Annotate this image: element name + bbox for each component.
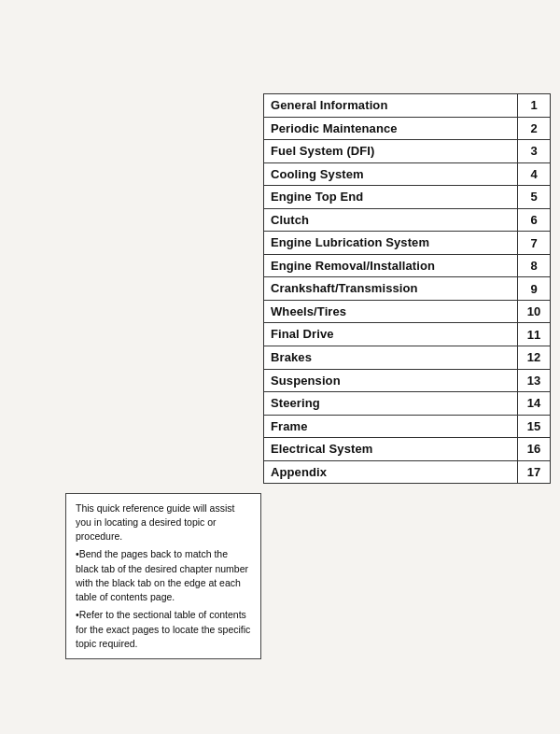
toc-row[interactable]: Electrical System16: [263, 437, 551, 460]
toc-number: 9: [518, 277, 550, 300]
toc-number: 14: [518, 392, 550, 415]
toc-label: Clutch: [264, 209, 518, 232]
toc-label: Crankshaft/Transmission: [264, 277, 518, 300]
toc-label: Periodic Maintenance: [264, 118, 518, 140]
note-box: This quick reference guide will assist y…: [65, 493, 261, 659]
toc-container: General Information1Periodic Maintenance…: [263, 93, 551, 484]
toc-number: 16: [518, 438, 550, 460]
toc-label: General Information: [264, 94, 518, 117]
note-line: •Refer to the sectional table of content…: [76, 608, 251, 651]
toc-row[interactable]: Suspension13: [263, 369, 551, 392]
toc-number: 13: [518, 370, 550, 392]
toc-row[interactable]: Engine Removal/Installation8: [263, 254, 551, 277]
toc-row[interactable]: Wheels/Tires10: [263, 300, 551, 323]
toc-label: Wheels/Tires: [264, 301, 518, 323]
toc-number: 10: [518, 301, 550, 323]
toc-label: Engine Top End: [264, 186, 518, 208]
toc-row[interactable]: Cooling System4: [263, 162, 551, 186]
toc-row[interactable]: Steering14: [263, 391, 551, 415]
toc-label: Brakes: [264, 346, 518, 369]
toc-number: 4: [518, 163, 550, 186]
toc-row[interactable]: Appendix17: [263, 460, 551, 485]
toc-label: Appendix: [264, 461, 518, 484]
toc-row[interactable]: Brakes12: [263, 346, 551, 369]
toc-row[interactable]: Final Drive11: [263, 322, 551, 346]
toc-label: Cooling System: [264, 163, 518, 186]
toc-number: 7: [518, 232, 550, 254]
toc-number: 11: [518, 323, 550, 346]
toc-label: Engine Lubrication System: [264, 232, 518, 254]
toc-label: Fuel System (DFI): [264, 140, 518, 162]
note-line: This quick reference guide will assist y…: [76, 501, 251, 544]
page-title: [0, 0, 560, 54]
toc-number: 5: [518, 186, 550, 208]
toc-label: Electrical System: [264, 438, 518, 460]
toc-label: Steering: [264, 392, 518, 415]
toc-number: 6: [518, 209, 550, 232]
toc-number: 12: [518, 346, 550, 369]
toc-number: 3: [518, 140, 550, 162]
toc-label: Frame: [264, 416, 518, 438]
toc-label: Engine Removal/Installation: [264, 255, 518, 277]
toc-row[interactable]: Engine Top End5: [263, 185, 551, 208]
page: General Information1Periodic Maintenance…: [0, 0, 560, 734]
toc-row[interactable]: Clutch6: [263, 208, 551, 232]
toc-row[interactable]: Engine Lubrication System7: [263, 231, 551, 254]
toc-label: Final Drive: [264, 323, 518, 346]
toc-row[interactable]: Periodic Maintenance2: [263, 117, 551, 140]
note-line: •Bend the pages back to match the black …: [76, 547, 251, 604]
toc-number: 17: [518, 461, 550, 484]
toc-number: 1: [518, 94, 550, 117]
toc-row[interactable]: Fuel System (DFI)3: [263, 139, 551, 162]
toc-row[interactable]: General Information1: [263, 93, 551, 117]
toc-row[interactable]: Frame15: [263, 415, 551, 438]
toc-number: 15: [518, 416, 550, 438]
toc-label: Suspension: [264, 370, 518, 392]
toc-number: 2: [518, 118, 550, 140]
toc-number: 8: [518, 255, 550, 277]
toc-row[interactable]: Crankshaft/Transmission9: [263, 276, 551, 300]
